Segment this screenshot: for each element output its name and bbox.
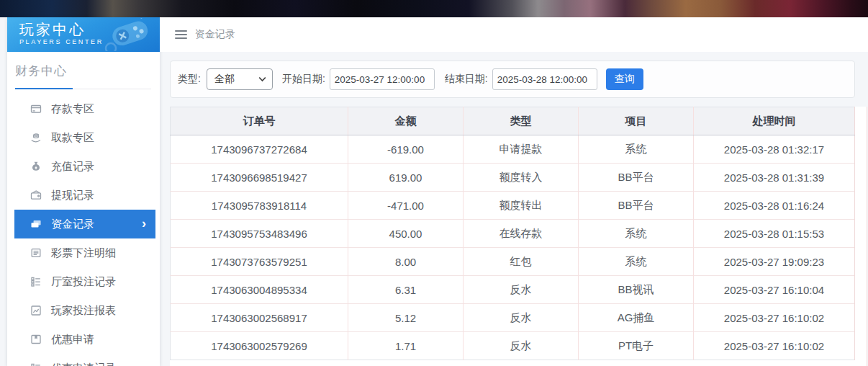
table-cell: 2025-03-27 16:10:02 bbox=[694, 332, 855, 360]
sidebar-item-label: 彩票下注明细 bbox=[51, 246, 116, 260]
menu-toggle-icon[interactable] bbox=[175, 30, 187, 39]
table-cell: -619.00 bbox=[348, 135, 464, 164]
sidebar-item-recharge-records[interactable]: 充值记录 bbox=[7, 152, 160, 181]
search-button[interactable]: 查询 bbox=[606, 68, 643, 90]
table-row: 17430630025689175.12反水AG捕鱼2025-03-27 16:… bbox=[171, 304, 855, 332]
table-cell: AG捕鱼 bbox=[579, 304, 694, 332]
table-cell: 反水 bbox=[464, 304, 579, 332]
sidebar-item-label: 优惠申请 bbox=[51, 333, 94, 347]
table-cell: 申请提款 bbox=[464, 135, 579, 164]
table-cell: 在线存款 bbox=[464, 220, 579, 248]
sidebar-item-withdraw-records[interactable]: 提现记录 bbox=[7, 181, 160, 210]
sidebar-item-promo-apply-records[interactable]: 优惠申请记录 bbox=[7, 354, 160, 366]
sidebar-item-player-bet-report[interactable]: 玩家投注报表 bbox=[7, 296, 160, 325]
table-cell: 619.00 bbox=[348, 164, 464, 192]
table-body: 1743096737272684-619.00申请提款系统2025-03-28 … bbox=[171, 135, 855, 360]
table-row: 1743095753483496450.00在线存款系统2025-03-28 0… bbox=[171, 220, 855, 248]
table-cell: 450.00 bbox=[348, 220, 464, 248]
sidebar-item-funds-records[interactable]: 资金记录› bbox=[14, 210, 155, 238]
table-cell: 1743063002579269 bbox=[171, 332, 348, 360]
chevron-down-icon bbox=[258, 76, 266, 82]
sidebar-item-withdraw-zone[interactable]: 取款专区 bbox=[7, 123, 160, 152]
banknotes-icon bbox=[30, 218, 42, 230]
table-row: 1743096737272684-619.00申请提款系统2025-03-28 … bbox=[171, 135, 855, 164]
table-cell: 1743063004895334 bbox=[171, 276, 348, 304]
sidebar-item-label: 提现记录 bbox=[51, 189, 94, 202]
money-bag-icon bbox=[30, 161, 42, 172]
sidebar-item-label: 存款专区 bbox=[51, 102, 94, 116]
table-cell: BB平台 bbox=[579, 192, 694, 220]
end-date-label: 结束日期: bbox=[445, 73, 488, 86]
sidebar-section-header: 财务中心 bbox=[7, 52, 160, 89]
table-cell: 2025-03-27 19:09:23 bbox=[694, 248, 855, 276]
wallet-icon bbox=[30, 189, 42, 201]
chevron-right-icon: › bbox=[142, 216, 146, 231]
table-cell: 2025-03-28 01:16:24 bbox=[694, 192, 855, 220]
chart-box-icon bbox=[30, 305, 42, 316]
table-row: 1743095783918114-471.00额度转出BB平台2025-03-2… bbox=[171, 192, 855, 220]
type-select-value: 全部 bbox=[214, 73, 235, 86]
sidebar-item-deposit-zone[interactable]: 存款专区 bbox=[7, 94, 160, 123]
column-header: 订单号 bbox=[171, 107, 348, 135]
table-cell: 1743096737272684 bbox=[171, 135, 348, 164]
table-cell: 2025-03-28 01:32:17 bbox=[694, 135, 855, 164]
sidebar-item-label: 厅室投注记录 bbox=[51, 275, 116, 289]
table-cell: 额度转出 bbox=[464, 192, 579, 220]
funds-table-zone: 订单号金额类型项目处理时间 1743096737272684-619.00申请提… bbox=[170, 107, 867, 366]
table-cell: 8.00 bbox=[348, 248, 464, 276]
table-cell: 2025-03-28 01:15:53 bbox=[694, 220, 855, 248]
table-cell: 5.12 bbox=[348, 304, 464, 332]
end-date-input[interactable] bbox=[492, 68, 597, 90]
section-divider bbox=[15, 89, 151, 89]
table-cell: 1743096698519427 bbox=[171, 164, 348, 192]
type-label: 类型: bbox=[178, 73, 201, 86]
table-cell: 1743073763579251 bbox=[171, 248, 348, 276]
table-cell: 系统 bbox=[579, 220, 694, 248]
table-row: 1743096698519427619.00额度转入BB平台2025-03-28… bbox=[171, 164, 855, 192]
sidebar-item-lottery-bet-detail[interactable]: 彩票下注明细 bbox=[7, 238, 160, 267]
top-banner-image bbox=[0, 0, 868, 17]
table-cell: 2025-03-27 16:10:02 bbox=[694, 304, 855, 332]
table-header: 订单号金额类型项目处理时间 bbox=[171, 107, 855, 135]
table-cell: 1743095783918114 bbox=[171, 192, 348, 220]
table-cell: 2025-03-27 16:10:04 bbox=[694, 276, 855, 304]
table-cell: 反水 bbox=[464, 332, 579, 360]
table-cell: 系统 bbox=[579, 135, 694, 164]
table-cell: 6.31 bbox=[348, 276, 464, 304]
sidebar-item-promo-apply[interactable]: 优惠申请 bbox=[7, 325, 160, 354]
checklist-icon bbox=[30, 276, 42, 287]
gamepad-icon bbox=[101, 18, 157, 52]
ribbon-box-icon bbox=[30, 334, 42, 345]
sidebar-header: 玩家中心 PLAYERS CENTER bbox=[7, 17, 160, 52]
sidebar-item-label: 优惠申请记录 bbox=[51, 362, 116, 366]
section-title: 财务中心 bbox=[15, 63, 151, 79]
column-header: 项目 bbox=[579, 107, 694, 135]
sidebar-item-label: 资金记录 bbox=[51, 218, 94, 231]
table-row: 17430630048953346.31反水BB视讯2025-03-27 16:… bbox=[171, 276, 855, 304]
checklist-icon bbox=[30, 362, 42, 366]
type-select[interactable]: 全部 bbox=[207, 68, 273, 90]
sidebar-item-label: 取款专区 bbox=[51, 131, 94, 145]
table-cell: 1743063002568917 bbox=[171, 304, 348, 332]
sidebar-menu: 存款专区取款专区充值记录提现记录资金记录›彩票下注明细厅室投注记录玩家投注报表优… bbox=[7, 94, 160, 366]
table-cell: 系统 bbox=[579, 248, 694, 276]
table-cell: 1743095753483496 bbox=[171, 220, 348, 248]
start-date-label: 开始日期: bbox=[282, 73, 325, 86]
withdraw-hand-icon bbox=[30, 132, 42, 143]
breadcrumb: 资金记录 bbox=[160, 17, 868, 52]
document-lines-icon bbox=[30, 247, 42, 259]
table-cell: 红包 bbox=[464, 248, 579, 276]
table-row: 17430630025792691.71反水PT电子2025-03-27 16:… bbox=[171, 332, 855, 360]
deposit-card-icon bbox=[30, 103, 42, 115]
table-cell: PT电子 bbox=[579, 332, 694, 360]
start-date-input[interactable] bbox=[330, 68, 435, 90]
sidebar: 玩家中心 PLAYERS CENTER 财务中心 存款专区取款专区充值记录提现记… bbox=[7, 17, 160, 366]
table-cell: 1.71 bbox=[348, 332, 464, 360]
table-cell: 2025-03-28 01:31:39 bbox=[694, 164, 855, 192]
column-header: 金额 bbox=[348, 107, 464, 135]
column-header: 类型 bbox=[464, 107, 579, 135]
sidebar-item-hall-bet-records[interactable]: 厅室投注记录 bbox=[7, 267, 160, 296]
table-row: 17430737635792518.00红包系统2025-03-27 19:09… bbox=[171, 248, 855, 276]
table-cell: BB视讯 bbox=[579, 276, 694, 304]
table-cell: BB平台 bbox=[579, 164, 694, 192]
